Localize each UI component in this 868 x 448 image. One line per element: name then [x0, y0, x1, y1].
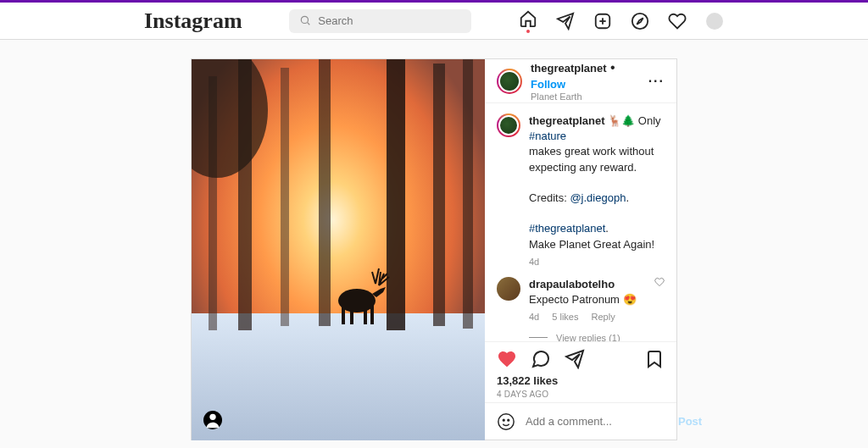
brand-logo[interactable]: Instagram — [144, 8, 242, 34]
post-card: thegreatplanet • Follow Planet Earth ···… — [191, 58, 677, 440]
home-icon[interactable] — [519, 12, 537, 30]
profile-avatar-icon[interactable] — [705, 12, 724, 30]
caption-text-pre: Only — [638, 114, 661, 127]
post-comment-button[interactable]: Post — [678, 415, 702, 428]
emoji-picker-icon[interactable] — [497, 412, 515, 431]
svg-rect-13 — [387, 59, 405, 330]
nav-icons — [519, 12, 724, 30]
add-comment-input[interactable] — [526, 415, 668, 428]
svg-rect-11 — [281, 68, 289, 326]
caption-tagline: Make Planet Great Again! — [529, 237, 665, 252]
svg-line-1 — [308, 22, 310, 25]
like-comment-icon[interactable] — [654, 277, 665, 324]
credits-handle[interactable]: @j.diegoph — [570, 191, 626, 204]
view-replies-toggle[interactable]: View replies (1) — [529, 333, 665, 341]
more-options-icon[interactable]: ··· — [648, 74, 665, 89]
author-username[interactable]: thegreatplanet — [531, 62, 607, 75]
author-avatar[interactable] — [497, 69, 522, 94]
post-meta-panel: thegreatplanet • Follow Planet Earth ···… — [485, 59, 676, 440]
svg-point-0 — [302, 16, 309, 23]
svg-rect-20 — [364, 304, 367, 324]
credits-label: Credits: — [529, 191, 570, 204]
comment-row: drapaulabotelho Expecto Patronum 😍 4d 5 … — [497, 277, 665, 324]
action-bar: 13,822 likes 4 DAYS AGO — [485, 341, 676, 402]
like-heart-icon[interactable] — [497, 349, 517, 369]
caption-row: thegreatplanet 🦌🌲 Only #nature makes gre… — [497, 113, 665, 268]
svg-rect-8 — [192, 313, 485, 440]
top-nav: Instagram — [0, 3, 868, 40]
location-label[interactable]: Planet Earth — [531, 91, 640, 102]
caption-avatar[interactable] — [497, 113, 520, 137]
svg-point-25 — [508, 419, 509, 421]
svg-rect-19 — [350, 304, 353, 324]
save-bookmark-icon[interactable] — [644, 349, 665, 369]
tagged-people-icon[interactable] — [203, 411, 222, 429]
new-post-icon[interactable] — [593, 12, 612, 30]
add-comment-row: Post — [485, 402, 676, 440]
commenter-username[interactable]: drapaulabotelho — [529, 278, 615, 290]
explore-icon[interactable] — [631, 12, 649, 30]
caption-username[interactable]: thegreatplanet — [529, 114, 605, 127]
comment-likes[interactable]: 5 likes — [552, 312, 578, 322]
post-age: 4 DAYS AGO — [497, 390, 665, 399]
svg-point-22 — [209, 414, 215, 420]
caption-line2: makes great work without expecting any r… — [529, 144, 665, 174]
svg-point-24 — [503, 419, 504, 421]
messages-icon[interactable] — [556, 12, 575, 30]
comment-age: 4d — [529, 312, 539, 322]
activity-heart-icon[interactable] — [668, 12, 687, 30]
likes-count[interactable]: 13,822 likes — [497, 374, 665, 387]
caption-hashtag-nature[interactable]: #nature — [529, 130, 566, 142]
search-input[interactable] — [289, 9, 471, 33]
caption-body: thegreatplanet 🦌🌲 Only #nature makes gre… — [529, 113, 665, 268]
svg-rect-18 — [342, 302, 345, 324]
comments-section: thegreatplanet 🦌🌲 Only #nature makes gre… — [485, 103, 676, 341]
comment-text: Expecto Patronum 😍 — [529, 293, 637, 306]
svg-point-5 — [632, 13, 648, 28]
follow-button[interactable]: Follow — [531, 78, 565, 91]
post-image[interactable] — [192, 59, 485, 440]
svg-rect-15 — [463, 59, 473, 329]
share-icon[interactable] — [565, 349, 585, 369]
comment-reply[interactable]: Reply — [592, 312, 615, 322]
post-header: thegreatplanet • Follow Planet Earth ··· — [485, 59, 676, 103]
caption-hashtag-planet[interactable]: #thegreatplanet — [529, 222, 605, 235]
svg-point-23 — [498, 413, 514, 429]
svg-rect-21 — [370, 302, 374, 324]
svg-rect-12 — [319, 59, 331, 326]
comment-meta: 4d 5 likes Reply — [529, 311, 646, 324]
search-wrap — [289, 9, 471, 33]
commenter-avatar[interactable] — [497, 277, 520, 301]
svg-rect-14 — [433, 64, 445, 326]
comment-icon[interactable] — [531, 349, 551, 369]
caption-age: 4d — [529, 256, 665, 268]
search-icon — [299, 14, 311, 26]
svg-marker-6 — [637, 18, 643, 24]
caption-emoji: 🦌🌲 — [608, 114, 635, 127]
